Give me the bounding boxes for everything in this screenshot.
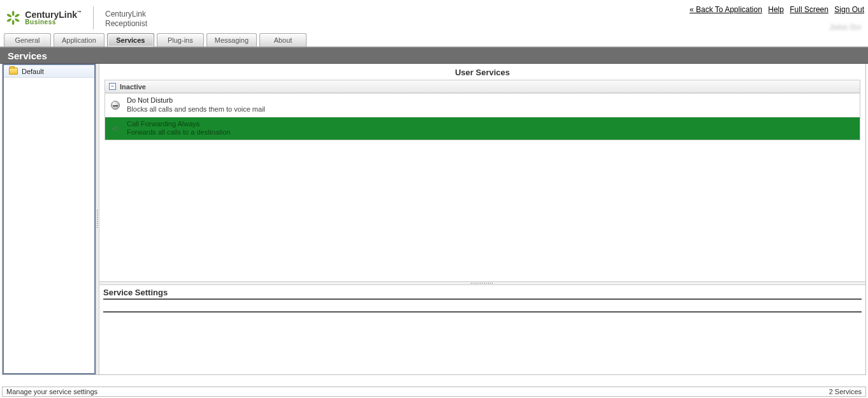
sidebar-item-default[interactable]: Default [4, 65, 94, 78]
service-settings-panel: Service Settings [99, 285, 865, 374]
sidebar: Default [3, 64, 96, 374]
collapse-icon[interactable]: − [109, 83, 116, 90]
tab-about[interactable]: About [259, 33, 307, 47]
service-row-cfa[interactable]: ➪ Call Forwarding Always Forwards all ca… [105, 117, 860, 140]
username-label: John Orr [686, 23, 864, 32]
tab-services[interactable]: Services [107, 33, 154, 47]
help-link[interactable]: Help [768, 5, 784, 14]
brand-sub: Business [25, 19, 82, 26]
status-bar: Manage your service settings 2 Services [2, 387, 866, 397]
service-desc: Blocks all calls and sends them to voice… [127, 105, 265, 114]
folder-icon [9, 68, 18, 75]
brand-name: CenturyLink™ [25, 10, 82, 19]
signout-link[interactable]: Sign Out [834, 5, 864, 14]
content-area: Default User Services − Inactive Do Not … [2, 64, 866, 375]
logo-block: CenturyLink™ Business CenturyLink Recept… [5, 3, 147, 29]
tab-general[interactable]: General [4, 33, 51, 47]
service-settings-title: Service Settings [103, 288, 862, 300]
svg-point-0 [12, 11, 15, 16]
back-to-app-link[interactable]: « Back To Application [690, 5, 762, 14]
svg-point-1 [14, 13, 20, 18]
service-row-dnd[interactable]: Do Not Disturb Blocks all calls and send… [105, 93, 860, 117]
tab-messaging[interactable]: Messaging [206, 33, 257, 47]
app-name: CenturyLink Receptionist [105, 7, 147, 29]
page-title-bar: Services [0, 47, 868, 64]
service-name: Do Not Disturb [127, 96, 265, 105]
status-text-left: Manage your service settings [6, 388, 98, 395]
dnd-icon [110, 100, 120, 110]
brand-logo: CenturyLink™ Business [5, 10, 82, 26]
main-panel: User Services − Inactive Do Not Disturb … [99, 64, 865, 374]
svg-point-3 [12, 20, 15, 25]
svg-point-2 [14, 18, 20, 22]
svg-point-4 [6, 18, 12, 22]
forward-icon: ➪ [110, 123, 120, 133]
status-text-right: 2 Services [829, 388, 862, 395]
service-desc: Forwards all calls to a destination [127, 128, 231, 137]
group-header-label: Inactive [120, 83, 146, 91]
settings-divider [103, 311, 862, 313]
header-divider [93, 6, 94, 29]
tab-row: General Application Services Plug-ins Me… [0, 33, 868, 47]
top-links: « Back To Application Help Full Screen S… [686, 3, 864, 14]
tab-plugins[interactable]: Plug-ins [157, 33, 204, 47]
inactive-group: − Inactive Do Not Disturb Blocks all cal… [105, 80, 860, 140]
header: CenturyLink™ Business CenturyLink Recept… [0, 0, 868, 33]
tab-application[interactable]: Application [54, 33, 105, 47]
fullscreen-link[interactable]: Full Screen [790, 5, 828, 14]
page-title: Services [8, 50, 47, 61]
user-services-title: User Services [99, 64, 865, 80]
sidebar-item-label: Default [22, 68, 44, 75]
centurylink-star-icon [5, 10, 21, 26]
service-name: Call Forwarding Always [127, 120, 231, 129]
inactive-group-header[interactable]: − Inactive [105, 80, 860, 93]
svg-point-5 [6, 13, 12, 18]
